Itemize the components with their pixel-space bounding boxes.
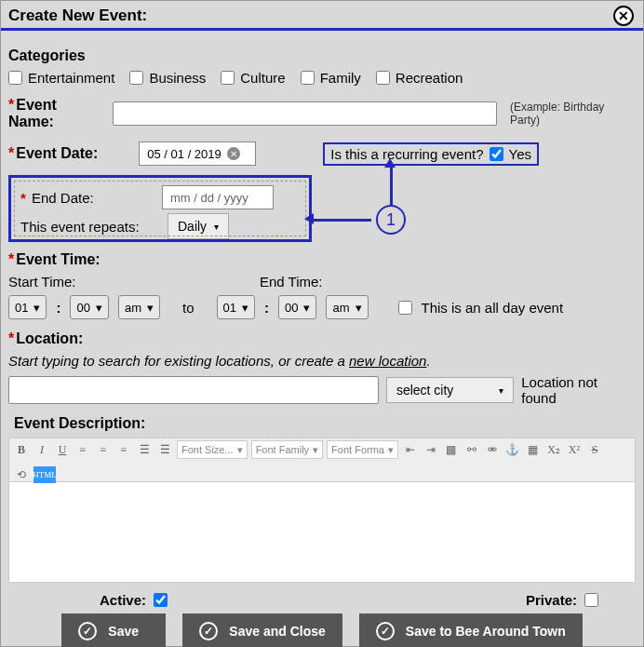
unordered-list-icon[interactable]: ☰: [156, 441, 173, 458]
annotation-arrow-left: [304, 213, 314, 224]
private-label: Private:: [526, 592, 577, 608]
cat-recreation[interactable]: Recreation: [376, 70, 463, 86]
time-labels-row: Start Time: End Time:: [8, 274, 636, 290]
description-heading: Event Description:: [14, 415, 636, 432]
event-name-row: *Event Name: (Example: Birthday Party): [8, 97, 636, 130]
start-ampm-select[interactable]: am▾: [118, 295, 160, 319]
private-checkbox[interactable]: [584, 593, 598, 607]
html-icon[interactable]: HTML: [34, 466, 56, 483]
active-label: Active:: [100, 592, 146, 608]
location-input[interactable]: [8, 376, 379, 404]
close-icon[interactable]: ✕: [613, 6, 634, 26]
event-name-input[interactable]: [113, 101, 497, 126]
chevron-down-icon: ▾: [34, 301, 40, 315]
clear-date-icon[interactable]: ✕: [227, 147, 240, 160]
recurring-question-box: Is this a recurring event? Yes: [323, 142, 539, 166]
outdent-icon[interactable]: ⇤: [402, 441, 419, 458]
location-row: select city ▾ Location not found: [8, 374, 636, 406]
align-right-icon[interactable]: ≡: [115, 441, 132, 458]
to-label: to: [182, 300, 195, 316]
indent-icon[interactable]: ⇥: [423, 441, 439, 458]
link-icon[interactable]: ⚯: [463, 441, 480, 458]
event-time-heading: *Event Time:: [8, 251, 636, 268]
location-hint: Start typing to search for existing loca…: [8, 353, 636, 369]
flags-row: Active: Private:: [100, 592, 598, 608]
dialog-title: Create New Event:: [8, 7, 147, 25]
check-icon: ✓: [199, 622, 218, 640]
superscript-icon[interactable]: X²: [566, 441, 583, 458]
annotation-line: [312, 219, 371, 222]
recurring-question-label: Is this a recurring event?: [330, 146, 483, 162]
event-date-row: *Event Date: 05 / 01 / 2019 ✕ Is this a …: [8, 142, 636, 166]
button-row: ✓Save ✓Save and Close ✓Save to Bee Aroun…: [8, 613, 636, 647]
new-location-link[interactable]: new location: [349, 353, 426, 369]
clear-format-icon[interactable]: ⟲: [13, 466, 30, 483]
cat-entertainment[interactable]: Entertainment: [8, 70, 114, 86]
dialog-titlebar: Create New Event: ✕: [1, 1, 643, 31]
unlink-icon[interactable]: ⚮: [484, 441, 501, 458]
ordered-list-icon[interactable]: ☰: [136, 441, 153, 458]
cat-entertainment-checkbox[interactable]: [8, 71, 22, 85]
repeats-label: This event repeats:: [20, 219, 158, 235]
start-min-select[interactable]: 00▾: [70, 295, 108, 319]
cat-recreation-checkbox[interactable]: [376, 71, 390, 85]
allday-label: This is an all day event: [422, 300, 564, 316]
end-ampm-select[interactable]: am▾: [326, 295, 368, 319]
insert-icon[interactable]: ▦: [525, 441, 542, 458]
active-checkbox[interactable]: [154, 593, 168, 607]
anchor-icon[interactable]: ⚓: [504, 441, 521, 458]
event-date-input[interactable]: 05 / 01 / 2019 ✕: [139, 142, 256, 166]
categories-row: Entertainment Business Culture Family Re…: [8, 70, 636, 86]
annotation-line: [390, 166, 393, 205]
chevron-down-icon: ▾: [499, 385, 503, 396]
image-icon[interactable]: ▩: [443, 441, 460, 458]
check-icon: ✓: [78, 622, 97, 640]
font-family-select[interactable]: Font Family▾: [251, 440, 323, 459]
underline-icon[interactable]: U: [54, 441, 71, 458]
dialog-content: Categories Entertainment Business Cultur…: [1, 31, 643, 647]
categories-heading: Categories: [8, 47, 636, 64]
strike-icon[interactable]: S: [586, 441, 603, 458]
check-icon: ✓: [376, 622, 395, 640]
create-event-dialog: Create New Event: ✕ Categories Entertain…: [0, 0, 644, 647]
chevron-down-icon: ▾: [147, 301, 154, 315]
chevron-down-icon: ▾: [96, 301, 102, 315]
align-center-icon[interactable]: ≡: [95, 441, 112, 458]
cat-business-checkbox[interactable]: [129, 71, 143, 85]
align-left-icon[interactable]: ≡: [74, 441, 91, 458]
recurring-yes-label: Yes: [509, 146, 531, 162]
location-heading: *Location:: [8, 330, 636, 347]
allday-checkbox[interactable]: [398, 301, 412, 315]
save-bee-button[interactable]: ✓Save to Bee Around Town: [359, 613, 583, 647]
end-hour-select[interactable]: 01▾: [217, 295, 255, 319]
city-select[interactable]: select city ▾: [386, 377, 514, 403]
chevron-down-icon: ▾: [303, 301, 310, 315]
end-min-select[interactable]: 00▾: [278, 295, 316, 319]
font-size-select[interactable]: Font Size...▾: [177, 440, 248, 459]
cat-culture[interactable]: Culture: [221, 70, 285, 86]
cat-family[interactable]: Family: [301, 70, 361, 86]
font-format-select[interactable]: Font Forma▾: [327, 440, 398, 459]
annotation-arrow-up: [384, 158, 396, 168]
start-hour-select[interactable]: 01▾: [8, 295, 47, 319]
end-date-input[interactable]: mm / dd / yyyy: [162, 185, 274, 209]
subscript-icon[interactable]: X₂: [545, 441, 562, 458]
end-date-label: * End Date:: [20, 190, 153, 206]
cat-family-checkbox[interactable]: [301, 71, 315, 85]
description-textarea[interactable]: [8, 482, 636, 583]
editor-toolbar: B I U ≡ ≡ ≡ ☰ ☰ Font Size...▾ Font Famil…: [8, 438, 636, 482]
chevron-down-icon: ▾: [356, 301, 362, 315]
event-name-label: *Event Name:: [8, 97, 105, 130]
cat-business[interactable]: Business: [129, 70, 206, 86]
repeats-select[interactable]: Daily ▾: [168, 213, 229, 239]
location-notfound: Location not found: [521, 374, 636, 406]
bold-icon[interactable]: B: [13, 441, 30, 458]
recurring-checkbox[interactable]: [490, 147, 503, 161]
save-close-button[interactable]: ✓Save and Close: [182, 613, 342, 647]
save-button[interactable]: ✓Save: [61, 613, 166, 647]
time-selects-row: 01▾ : 00▾ am▾ to 01▾ : 00▾ am▾ This is a…: [8, 295, 636, 319]
event-name-hint: (Example: Birthday Party): [510, 101, 636, 127]
italic-icon[interactable]: I: [34, 441, 50, 458]
cat-culture-checkbox[interactable]: [221, 71, 235, 85]
chevron-down-icon: ▾: [242, 301, 248, 315]
